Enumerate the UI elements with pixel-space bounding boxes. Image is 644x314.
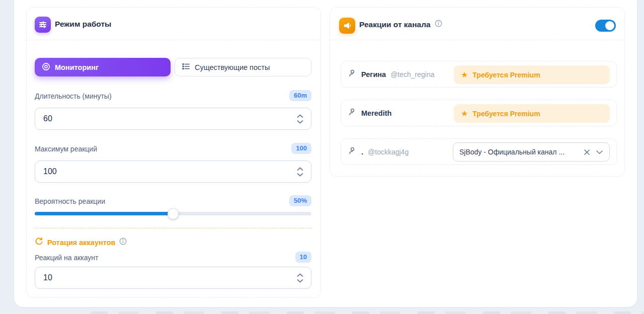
toggle-knob	[605, 21, 614, 30]
probability-slider-fill	[35, 212, 173, 215]
reactions-per-account-stepper[interactable]	[294, 267, 306, 288]
list-icon	[182, 62, 190, 72]
account-row: Регина @tech_regina ★ Требуется Premium	[341, 61, 617, 88]
tab-existing-posts[interactable]: Существующие посты	[175, 58, 311, 76]
premium-required-label: Требуется Premium	[472, 110, 540, 118]
channel-select[interactable]: SjBody - Официальный канал ...	[453, 142, 610, 162]
premium-required-badge: ★ Требуется Premium	[454, 65, 610, 84]
chevron-down-icon	[297, 279, 303, 283]
probability-badge: 50%	[289, 195, 311, 206]
channel-select-value: SjBody - Официальный канал ...	[453, 148, 583, 156]
work-mode-header: Режим работы	[27, 8, 320, 40]
max-reactions-badge: 100	[291, 143, 311, 154]
tab-monitoring[interactable]: Мониторинг	[35, 58, 171, 76]
duration-input-wrap	[35, 108, 311, 130]
person-icon	[348, 69, 357, 80]
cutoff-content-strip	[91, 311, 644, 314]
work-mode-title: Режим работы	[55, 20, 111, 29]
header-divider	[330, 40, 624, 40]
eye-icon	[42, 62, 50, 72]
megaphone-icon	[339, 18, 355, 34]
probability-slider-thumb[interactable]	[168, 208, 179, 219]
chevron-up-icon	[297, 167, 303, 171]
chevron-down-icon[interactable]	[596, 150, 603, 154]
duration-badge: 60m	[289, 90, 311, 101]
rotate-icon	[35, 237, 43, 248]
tab-monitoring-label: Мониторинг	[55, 63, 99, 71]
duration-label: Длительность (минуты)	[35, 92, 112, 100]
max-reactions-label: Максимум реакций	[35, 145, 97, 153]
channel-reactions-toggle[interactable]	[595, 20, 616, 32]
reactions-per-account-label: Реакций на аккаунт	[35, 254, 99, 262]
rotation-title: Ротация аккаунтов	[47, 239, 115, 247]
account-name: Meredith	[361, 109, 391, 117]
max-reactions-input[interactable]	[35, 161, 311, 182]
channel-reactions-header: Реакции от канала	[330, 8, 624, 40]
probability-slider[interactable]	[35, 212, 311, 215]
tab-existing-posts-label: Существующие посты	[195, 63, 270, 71]
duration-input[interactable]	[35, 108, 311, 129]
chevron-down-icon	[297, 120, 303, 124]
star-icon: ★	[461, 71, 468, 79]
duration-stepper[interactable]	[294, 108, 306, 129]
work-mode-card: Режим работы Мониторинг Существующие пос…	[26, 7, 321, 298]
channel-reactions-title: Реакции от канала	[359, 20, 431, 29]
chevron-up-icon	[297, 114, 303, 118]
chevron-down-icon	[297, 173, 303, 177]
rotation-divider	[35, 228, 311, 228]
reactions-per-account-badge: 10	[295, 252, 311, 263]
account-handle: @tech_regina	[390, 70, 434, 78]
header-divider	[27, 40, 320, 40]
reactions-per-account-input-wrap	[35, 267, 311, 289]
account-handle: @tockkagj4g	[368, 148, 409, 156]
info-icon[interactable]	[119, 238, 127, 247]
clear-icon[interactable]	[583, 148, 591, 156]
rotation-header: Ротация аккаунтов	[35, 237, 127, 248]
premium-required-badge: ★ Требуется Premium	[454, 104, 610, 123]
account-name: .	[361, 148, 363, 156]
person-icon	[348, 146, 357, 157]
sliders-icon	[35, 17, 51, 33]
person-icon	[348, 108, 357, 118]
mode-tabs: Мониторинг Существующие посты	[35, 58, 311, 76]
account-name: Регина	[361, 70, 386, 78]
chevron-up-icon	[297, 273, 303, 277]
max-reactions-stepper[interactable]	[294, 161, 306, 182]
reactions-per-account-input[interactable]	[35, 267, 311, 288]
account-row: . @tockkagj4g SjBody - Официальный канал…	[341, 138, 617, 165]
premium-required-label: Требуется Premium	[472, 71, 540, 79]
account-row: Meredith ★ Требуется Premium	[341, 100, 617, 126]
channel-reactions-card: Реакции от канала Регина @tech_regina ★ …	[330, 7, 625, 177]
star-icon: ★	[461, 110, 468, 118]
probability-label: Вероятность реакции	[35, 197, 105, 205]
max-reactions-input-wrap	[35, 161, 311, 183]
info-icon[interactable]	[435, 20, 442, 29]
